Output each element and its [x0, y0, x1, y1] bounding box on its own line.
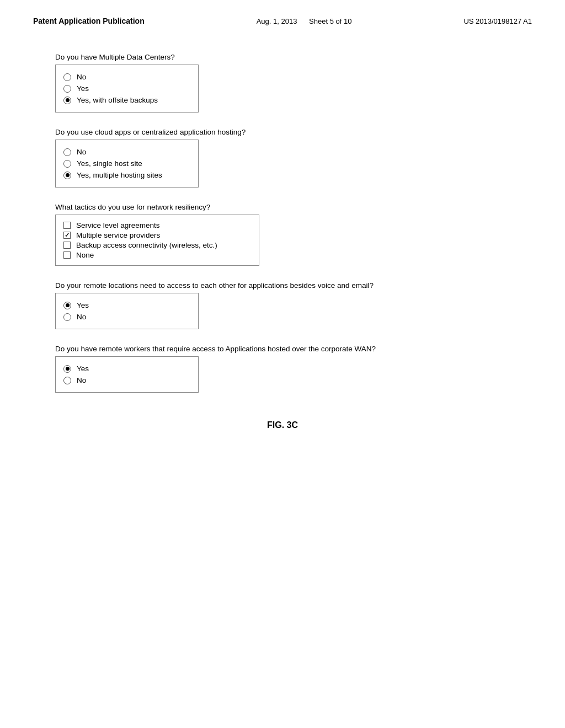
question-block-2: Do you use cloud apps or centralized app… [55, 128, 510, 188]
checkbox-label-q3-sla: Service level agreements [76, 221, 160, 229]
radio-option-q1-no[interactable]: No [63, 73, 190, 81]
radio-label-q1-yes-offsite: Yes, with offsite backups [77, 96, 158, 104]
radio-option-q4-no[interactable]: No [63, 313, 190, 321]
publication-date: Aug. 1, 2013 Sheet 5 of 10 [257, 17, 352, 25]
radio-option-q2-multiple[interactable]: Yes, multiple hosting sites [63, 171, 190, 179]
radio-label-q5-yes: Yes [77, 365, 89, 373]
radio-label-q1-yes: Yes [77, 84, 89, 93]
question-block-4: Do your remote locations need to access … [55, 281, 510, 329]
radio-label-q4-yes: Yes [77, 301, 89, 309]
radio-option-q5-no[interactable]: No [63, 376, 190, 384]
radio-circle-q5-yes [63, 365, 71, 373]
radio-label-q2-single: Yes, single host site [77, 159, 142, 168]
checkbox-label-q3-multiple: Multiple service providers [76, 231, 160, 239]
answer-box-3: Service level agreements Multiple servic… [55, 215, 259, 266]
radio-option-q5-yes[interactable]: Yes [63, 365, 190, 373]
radio-label-q4-no: No [77, 313, 86, 321]
page-header: Patent Application Publication Aug. 1, 2… [0, 0, 565, 36]
question-block-3: What tactics do you use for network resi… [55, 203, 510, 266]
answer-box-4: Yes No [55, 293, 199, 329]
answer-box-1: No Yes Yes, with offsite backups [55, 65, 199, 113]
checkbox-option-q3-multiple[interactable]: Multiple service providers [63, 231, 251, 239]
radio-label-q5-no: No [77, 376, 86, 384]
checkbox-option-q3-backup[interactable]: Backup access connectivity (wireless, et… [63, 241, 251, 249]
radio-option-q1-yes[interactable]: Yes [63, 84, 190, 93]
question-block-5: Do you have remote workers that require … [55, 345, 510, 393]
question-label-4: Do your remote locations need to access … [55, 281, 510, 290]
question-label-5: Do you have remote workers that require … [55, 345, 510, 353]
checkbox-label-q3-none: None [76, 251, 94, 259]
radio-circle-q5-no [63, 377, 71, 384]
radio-circle-q1-yes [63, 85, 71, 93]
radio-circle-q2-single [63, 160, 71, 168]
radio-label-q2-no: No [77, 148, 86, 156]
checkbox-label-q3-backup: Backup access connectivity (wireless, et… [76, 241, 217, 249]
radio-option-q4-yes[interactable]: Yes [63, 301, 190, 309]
answer-box-2: No Yes, single host site Yes, multiple h… [55, 140, 199, 188]
radio-circle-q1-yes-offsite [63, 97, 71, 104]
radio-option-q2-no[interactable]: No [63, 148, 190, 156]
answer-box-5: Yes No [55, 356, 199, 393]
radio-label-q2-multiple: Yes, multiple hosting sites [77, 171, 162, 179]
radio-circle-q2-no [63, 148, 71, 156]
question-block-1: Do you have Multiple Data Centers? No Ye… [55, 53, 510, 113]
radio-circle-q2-multiple [63, 172, 71, 179]
publication-label: Patent Application Publication [33, 17, 145, 25]
question-label-2: Do you use cloud apps or centralized app… [55, 128, 510, 136]
radio-option-q1-yes-offsite[interactable]: Yes, with offsite backups [63, 96, 190, 104]
radio-circle-q4-no [63, 313, 71, 321]
patent-number: US 2013/0198127 A1 [463, 17, 532, 25]
radio-option-q2-single[interactable]: Yes, single host site [63, 159, 190, 168]
checkbox-q3-backup [63, 242, 71, 249]
radio-circle-q4-yes [63, 302, 71, 309]
checkbox-option-q3-none[interactable]: None [63, 251, 251, 259]
checkbox-q3-none [63, 251, 71, 259]
checkbox-q3-sla [63, 222, 71, 229]
checkbox-q3-multiple [63, 232, 71, 239]
page-content: Do you have Multiple Data Centers? No Ye… [0, 36, 565, 452]
question-label-3: What tactics do you use for network resi… [55, 203, 510, 211]
checkbox-option-q3-sla[interactable]: Service level agreements [63, 221, 251, 229]
radio-label-q1-no: No [77, 73, 86, 81]
figure-label: FIG. 3C [55, 420, 510, 430]
question-label-1: Do you have Multiple Data Centers? [55, 53, 510, 61]
radio-circle-q1-no [63, 73, 71, 81]
